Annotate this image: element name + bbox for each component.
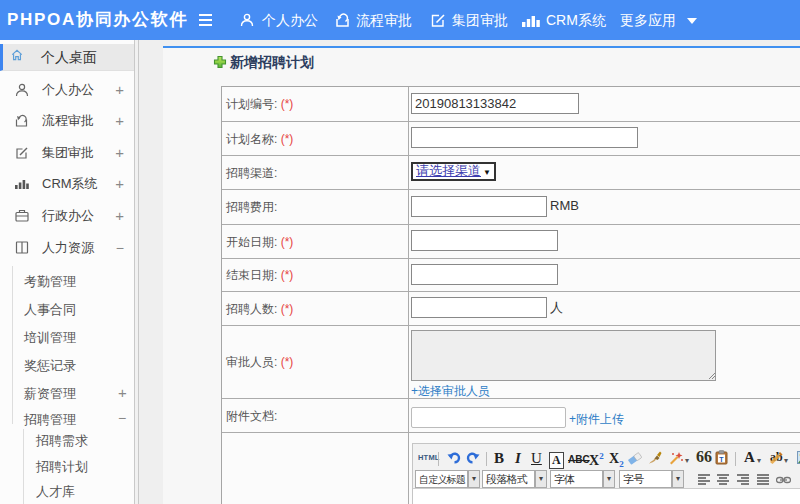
svg-text:T: T bbox=[719, 456, 724, 463]
